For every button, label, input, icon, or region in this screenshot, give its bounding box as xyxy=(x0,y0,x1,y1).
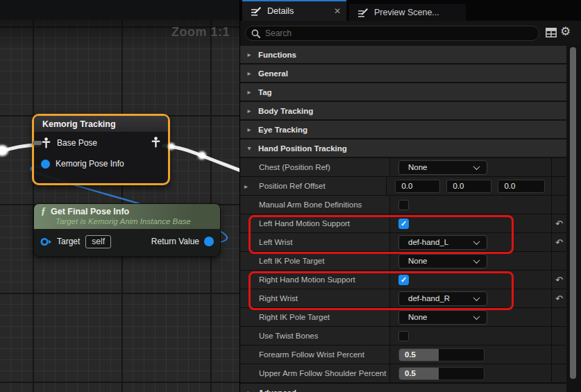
offset-x-field[interactable]: 0.0 xyxy=(395,180,440,193)
left-ik-pole-dropdown[interactable]: None xyxy=(398,254,487,269)
node-title: Kemorig Tracking xyxy=(42,119,116,129)
kemorig-tracking-node[interactable]: Kemorig Tracking Base Pose xyxy=(32,114,170,185)
node-header[interactable]: ƒ Get Final Pose Info Target is Kemorig … xyxy=(34,204,220,229)
tab-close-icon[interactable]: ✕ xyxy=(334,6,341,16)
unreal-editor-window: Zoom 1:1 Kemorig Tracking xyxy=(0,0,581,392)
output-pose-pin[interactable] xyxy=(151,137,161,151)
return-value-pin-row: Return Value xyxy=(151,237,214,246)
property-label: Right Wrist xyxy=(259,294,298,302)
property-matrix-icon[interactable] xyxy=(546,28,557,37)
section-body-tracking[interactable]: ▸ Body Tracking xyxy=(240,102,566,120)
reset-to-default-button[interactable]: ↶ xyxy=(555,275,563,285)
property-label: Manual Arm Bone Definitions xyxy=(259,201,362,209)
property-rows: Chest (Position Ref) None ▸ Position Ref… xyxy=(240,158,566,383)
row-right-hand-motion-support: Right Hand Motion Support ✓ ↶ xyxy=(240,271,566,289)
scrollbar-thumb[interactable] xyxy=(570,47,576,379)
search-icon xyxy=(251,29,260,38)
wire-flow-dot xyxy=(0,145,8,156)
row-right-ik-pole-target: Right IK Pole Target None xyxy=(240,308,566,327)
chevron-right-icon[interactable]: ▸ xyxy=(240,107,258,114)
wire-stub xyxy=(33,141,42,145)
pose-person-icon xyxy=(151,137,161,148)
tab-details-label: Details xyxy=(267,6,294,16)
chevron-down-icon xyxy=(473,238,480,245)
property-label: Position Ref Offset xyxy=(259,182,326,190)
chevron-down-icon[interactable]: ▾ xyxy=(240,144,258,152)
wire-flow-dot xyxy=(198,151,206,160)
wire-flow-dot xyxy=(168,143,175,150)
property-label: Upper Arm Follow Shoulder Percent xyxy=(259,369,386,377)
pose-person-icon[interactable] xyxy=(41,137,51,149)
row-right-wrist: Right Wrist def-hand_R ↶ xyxy=(240,289,566,308)
left-hand-motion-checkbox[interactable]: ✓ xyxy=(398,219,409,229)
chevron-down-icon xyxy=(473,294,480,301)
chest-position-ref-dropdown[interactable]: None xyxy=(398,160,487,175)
get-final-pose-info-node[interactable]: ƒ Get Final Pose Info Target is Kemorig … xyxy=(33,203,221,257)
reset-to-default-button[interactable]: ↶ xyxy=(555,293,563,304)
property-label: Chest (Position Ref) xyxy=(259,163,330,171)
chevron-down-icon xyxy=(473,163,480,170)
section-hand-position-tracking[interactable]: ▾ Hand Position Tracking xyxy=(240,139,566,157)
left-wrist-dropdown[interactable]: def-hand_L xyxy=(398,235,487,250)
chevron-right-icon[interactable]: ▸ xyxy=(240,126,258,133)
chevron-right-icon[interactable]: ▸ xyxy=(240,88,258,96)
chevron-right-icon[interactable]: ▸ xyxy=(240,389,258,392)
tab-preview-scene[interactable]: Preview Scene... xyxy=(349,4,466,21)
scrollbar-track[interactable] xyxy=(566,44,581,392)
right-hand-motion-checkbox[interactable]: ✓ xyxy=(398,275,409,285)
section-advanced[interactable]: ▸ Advanced xyxy=(240,383,566,392)
pose-info-pin[interactable] xyxy=(41,160,50,169)
details-panel: Details ✕ Preview Scene... xyxy=(239,0,581,392)
section-tag[interactable]: ▸ Tag xyxy=(240,83,566,101)
node-title: Get Final Pose Info xyxy=(51,207,129,216)
reset-to-default-button[interactable]: ↶ xyxy=(555,237,563,248)
return-value-label: Return Value xyxy=(151,237,199,246)
node-header[interactable]: Kemorig Tracking xyxy=(34,116,168,133)
check-icon: ✓ xyxy=(401,276,407,284)
panel-tabbar: Details ✕ Preview Scene... xyxy=(240,0,581,21)
row-upper-arm-follow-shoulder: Upper Arm Follow Shoulder Percent 0.5 xyxy=(240,364,566,383)
row-chest-position-ref: Chest (Position Ref) None xyxy=(240,158,566,177)
animgraph-canvas[interactable]: Zoom 1:1 Kemorig Tracking xyxy=(0,0,239,392)
row-left-hand-motion-support: Left Hand Motion Support ✓ ↶ xyxy=(240,214,566,233)
base-pose-label: Base Pose xyxy=(57,138,97,148)
right-wrist-dropdown[interactable]: def-hand_R xyxy=(398,291,487,306)
property-label: Left IK Pole Target xyxy=(259,257,324,265)
target-label: Target xyxy=(57,237,80,246)
details-pencil-icon xyxy=(251,6,261,17)
chevron-right-icon[interactable]: ▸ xyxy=(240,51,258,58)
wire-layer xyxy=(0,0,239,392)
chevron-right-icon[interactable]: ▸ xyxy=(244,182,251,190)
settings-gear-icon[interactable]: ⚙ xyxy=(560,24,571,39)
check-icon: ✓ xyxy=(401,220,407,228)
property-label: Right IK Pole Target xyxy=(259,313,330,321)
row-left-ik-pole-target: Left IK Pole Target None xyxy=(240,252,566,271)
chevron-down-icon xyxy=(473,313,480,320)
reset-to-default-button[interactable]: ↶ xyxy=(555,219,563,229)
right-ik-pole-dropdown[interactable]: None xyxy=(398,310,487,325)
property-label: Use Twist Bones xyxy=(259,332,318,340)
section-functions[interactable]: ▸ Functions xyxy=(240,46,566,64)
offset-y-field[interactable]: 0.0 xyxy=(446,180,491,193)
search-box[interactable] xyxy=(245,26,539,41)
tab-details[interactable]: Details ✕ xyxy=(242,0,346,21)
upper-arm-follow-slider[interactable]: 0.5 xyxy=(398,367,485,380)
object-pin-icon[interactable] xyxy=(40,237,52,246)
property-label: Left Wrist xyxy=(259,238,292,246)
base-pose-pin-row: Base Pose xyxy=(34,133,168,153)
chevron-right-icon[interactable]: ▸ xyxy=(240,69,258,77)
row-forearm-follow-wrist: Forearm Follow Wrist Percent 0.5 xyxy=(240,346,566,364)
section-eye-tracking[interactable]: ▸ Eye Tracking xyxy=(240,121,566,139)
search-row: ⚙ xyxy=(240,21,581,44)
section-general[interactable]: ▸ General xyxy=(240,65,566,83)
forearm-follow-slider[interactable]: 0.5 xyxy=(398,348,485,361)
offset-z-field[interactable]: 0.0 xyxy=(498,180,545,193)
manual-arm-bone-checkbox[interactable] xyxy=(398,200,409,210)
tab-preview-scene-label: Preview Scene... xyxy=(374,8,439,17)
search-input[interactable] xyxy=(265,28,515,38)
target-self-value[interactable]: self xyxy=(85,235,111,248)
node-subtitle: Target is Kemorig Anim Instance Base xyxy=(56,217,213,225)
use-twist-bones-checkbox[interactable] xyxy=(398,331,409,341)
return-value-pin[interactable] xyxy=(204,237,214,246)
chevron-down-icon xyxy=(473,257,480,264)
